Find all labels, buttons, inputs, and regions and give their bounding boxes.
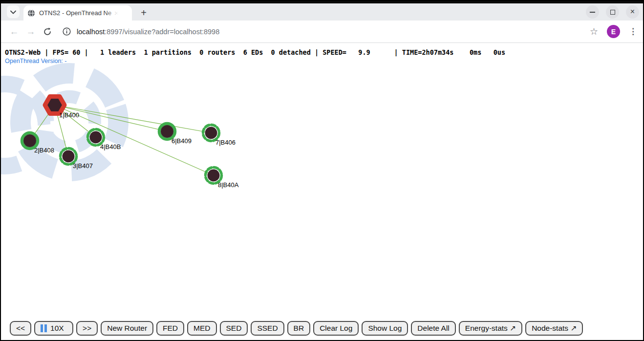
browser-tab[interactable]: OTNS2 - OpenThread Ne × bbox=[23, 5, 132, 21]
otns-canvas-area: 1|B4002|B4083|B4074|B40B6|B4097|B4068|B4… bbox=[1, 43, 643, 340]
minimize-icon bbox=[590, 12, 595, 13]
tab-title-fade bbox=[106, 8, 118, 18]
browser-toolbar: ← → localhost:8997/visualize?addr=localh… bbox=[1, 21, 643, 43]
new-tab-button[interactable]: + bbox=[138, 7, 150, 19]
node-label: 4|B40B bbox=[100, 143, 121, 150]
url-host: localhost bbox=[77, 28, 105, 36]
node-label: 6|B409 bbox=[172, 137, 192, 145]
delete-all-button[interactable]: Delete All bbox=[411, 321, 455, 336]
new-br-button[interactable]: BR bbox=[287, 321, 311, 336]
new-med-button[interactable]: MED bbox=[187, 321, 216, 336]
new-router-button[interactable]: New Router bbox=[101, 321, 153, 336]
speed-down-button[interactable]: << bbox=[10, 321, 31, 336]
node-label: 1|B400 bbox=[59, 111, 79, 119]
bookmark-star-icon[interactable]: ☆ bbox=[590, 26, 598, 37]
partition-ring bbox=[8, 61, 131, 184]
node-label: 3|B407 bbox=[73, 162, 93, 170]
speed-up-button[interactable]: >> bbox=[76, 321, 98, 336]
pause-icon bbox=[41, 324, 47, 332]
speed-label: 10X bbox=[50, 324, 64, 333]
browser-window: OTNS2 - OpenThread Ne × + × ← → bbox=[0, 0, 644, 341]
reload-icon bbox=[43, 27, 52, 36]
network-visualization: 1|B4002|B4083|B4074|B40B6|B4097|B4068|B4… bbox=[1, 43, 643, 340]
simulation-toolbar: << 10X >> New Router FED MED SED SSED BR… bbox=[10, 321, 583, 336]
clear-log-button[interactable]: Clear Log bbox=[313, 321, 359, 336]
new-fed-button[interactable]: FED bbox=[156, 321, 184, 336]
energy-stats-button[interactable]: Energy-stats ↗ bbox=[459, 321, 522, 336]
maximize-button[interactable] bbox=[606, 5, 619, 19]
minimize-button[interactable] bbox=[586, 5, 599, 19]
globe-favicon-icon bbox=[27, 9, 35, 17]
chevron-down-icon bbox=[10, 7, 16, 16]
ed-node[interactable] bbox=[205, 127, 217, 139]
window-controls: × bbox=[586, 5, 639, 19]
openthread-version-link[interactable]: OpenThread Version: - bbox=[5, 58, 66, 64]
pause-speed-button[interactable]: 10X bbox=[34, 321, 73, 336]
ed-node[interactable] bbox=[23, 134, 36, 147]
ed-node[interactable] bbox=[90, 131, 102, 144]
tab-title: OTNS2 - OpenThread Ne bbox=[39, 9, 113, 17]
node-label: 8|B40A bbox=[218, 181, 239, 189]
url-path: :8997/visualize?addr=localhost:8998 bbox=[105, 28, 219, 36]
tab-strip: OTNS2 - OpenThread Ne × + × bbox=[1, 3, 643, 21]
reload-button[interactable] bbox=[39, 27, 56, 36]
maximize-icon bbox=[610, 10, 615, 15]
browser-menu-icon[interactable]: ⋮ bbox=[629, 26, 637, 37]
show-log-button[interactable]: Show Log bbox=[362, 321, 408, 336]
node-label: 7|B406 bbox=[215, 139, 236, 146]
radio-link bbox=[55, 105, 211, 133]
site-info-icon[interactable] bbox=[63, 27, 71, 36]
ed-node[interactable] bbox=[208, 170, 220, 182]
node-label: 2|B408 bbox=[34, 147, 54, 154]
forward-button[interactable]: → bbox=[22, 26, 39, 37]
new-sed-button[interactable]: SED bbox=[220, 321, 248, 336]
ed-node[interactable] bbox=[161, 125, 173, 138]
simulation-status-line: OTNS2-Web | FPS= 60 | 1 leaders 1 partit… bbox=[5, 48, 505, 56]
url-field[interactable]: localhost:8997/visualize?addr=localhost:… bbox=[63, 27, 590, 36]
tab-search-button[interactable] bbox=[7, 5, 20, 18]
back-button[interactable]: ← bbox=[6, 26, 22, 37]
close-window-button[interactable]: × bbox=[626, 5, 639, 19]
close-icon: × bbox=[630, 8, 635, 16]
ed-node[interactable] bbox=[63, 150, 75, 163]
profile-avatar[interactable]: E bbox=[607, 25, 620, 38]
new-ssed-button[interactable]: SSED bbox=[251, 321, 284, 336]
node-stats-button[interactable]: Node-stats ↗ bbox=[525, 321, 583, 336]
